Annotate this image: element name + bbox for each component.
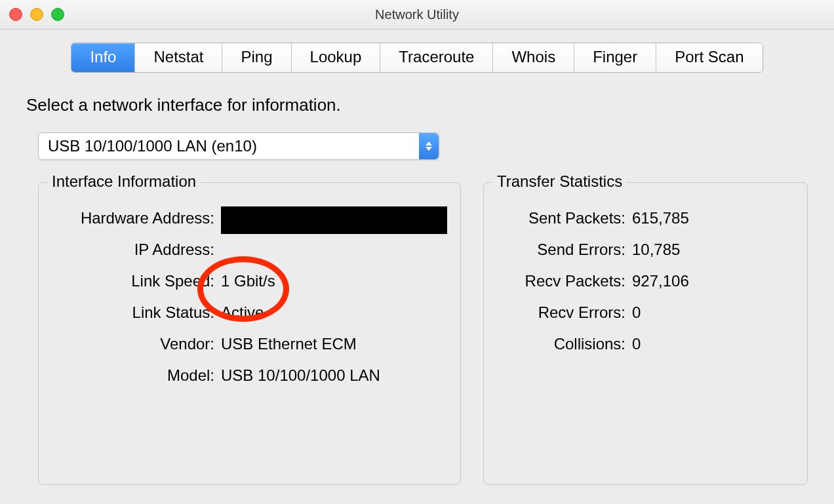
value-recv-errors: 0 — [632, 297, 794, 328]
panel-interface-info-title: Interface Information — [48, 172, 200, 191]
window-title: Network Utility — [375, 7, 459, 22]
tabbar: Info Netstat Ping Lookup Traceroute Whoi… — [71, 43, 763, 73]
dropdown-stepper-icon — [419, 133, 439, 159]
value-link-speed: 1 Gbit/s — [221, 265, 447, 297]
value-link-status: Active — [221, 297, 447, 328]
value-collisions: 0 — [632, 328, 794, 360]
chevron-up-icon — [426, 142, 432, 145]
label-link-speed: Link Speed: — [52, 265, 221, 297]
row-link-status: Link Status: Active — [52, 297, 447, 328]
panels-row: Interface Information Hardware Address: … — [26, 170, 808, 485]
tab-lookup[interactable]: Lookup — [292, 43, 381, 72]
content-area: Select a network interface for informati… — [0, 73, 834, 485]
window-zoom-button[interactable] — [51, 8, 64, 21]
label-collisions: Collisions: — [497, 328, 632, 360]
label-ip-address: IP Address: — [52, 234, 221, 265]
tab-netstat[interactable]: Netstat — [135, 43, 222, 72]
window-close-button[interactable] — [9, 8, 22, 21]
tab-info[interactable]: Info — [71, 43, 135, 72]
window-minimize-button[interactable] — [30, 8, 43, 21]
redacted-block — [221, 206, 447, 234]
row-recv-packets: Recv Packets: 927,106 — [497, 265, 794, 297]
label-recv-errors: Recv Errors: — [497, 297, 632, 328]
panel-transfer-stats-title: Transfer Statistics — [493, 172, 626, 191]
value-hardware-address — [221, 203, 447, 234]
row-sent-packets: Sent Packets: 615,785 — [497, 203, 794, 234]
tab-port-scan[interactable]: Port Scan — [656, 43, 762, 72]
row-collisions: Collisions: 0 — [497, 328, 794, 360]
tab-traceroute[interactable]: Traceroute — [380, 43, 493, 72]
label-vendor: Vendor: — [52, 328, 221, 360]
value-vendor: USB Ethernet ECM — [221, 328, 447, 360]
row-ip-address: IP Address: — [52, 234, 447, 265]
row-vendor: Vendor: USB Ethernet ECM — [52, 328, 447, 360]
interface-select-row: USB 10/100/1000 LAN (en10) — [26, 132, 808, 160]
prompt-text: Select a network interface for informati… — [26, 95, 808, 115]
label-model: Model: — [52, 360, 221, 391]
chevron-down-icon — [426, 147, 432, 151]
row-send-errors: Send Errors: 10,785 — [497, 234, 794, 265]
tab-whois[interactable]: Whois — [493, 43, 574, 72]
interface-select-value: USB 10/100/1000 LAN (en10) — [48, 137, 257, 155]
value-send-errors: 10,785 — [632, 234, 794, 265]
tab-ping[interactable]: Ping — [222, 43, 291, 72]
interface-select[interactable]: USB 10/100/1000 LAN (en10) — [38, 132, 439, 160]
label-hardware-address: Hardware Address: — [52, 203, 221, 234]
tab-finger[interactable]: Finger — [574, 43, 656, 72]
label-recv-packets: Recv Packets: — [497, 265, 632, 297]
value-model: USB 10/100/1000 LAN — [221, 360, 447, 391]
row-link-speed: Link Speed: 1 Gbit/s — [52, 265, 447, 297]
panel-interface-info: Interface Information Hardware Address: … — [38, 182, 461, 485]
tabbar-container: Info Netstat Ping Lookup Traceroute Whoi… — [0, 29, 834, 73]
label-link-status: Link Status: — [52, 297, 221, 328]
window-controls — [9, 8, 64, 21]
window-titlebar: Network Utility — [0, 0, 834, 29]
panel-transfer-stats: Transfer Statistics Sent Packets: 615,78… — [483, 182, 808, 485]
row-model: Model: USB 10/100/1000 LAN — [52, 360, 447, 391]
label-sent-packets: Sent Packets: — [497, 203, 632, 234]
row-hardware-address: Hardware Address: — [52, 203, 447, 234]
label-send-errors: Send Errors: — [497, 234, 632, 265]
value-recv-packets: 927,106 — [632, 265, 794, 297]
row-recv-errors: Recv Errors: 0 — [497, 297, 794, 328]
value-sent-packets: 615,785 — [632, 203, 794, 234]
